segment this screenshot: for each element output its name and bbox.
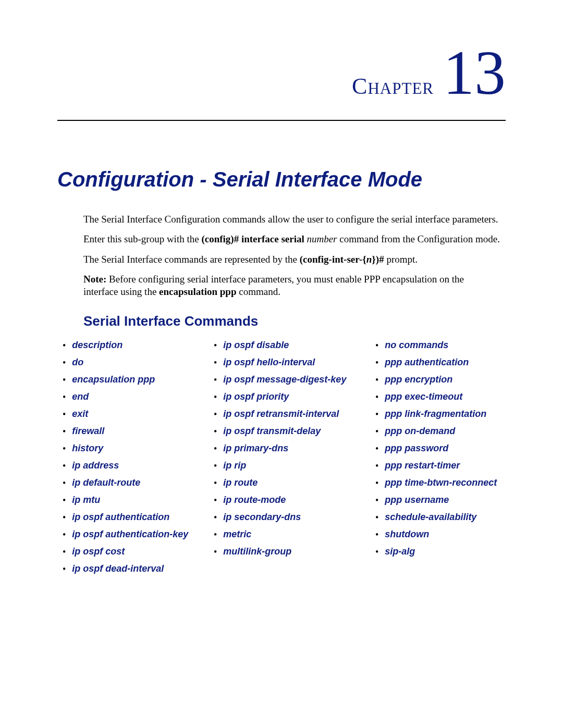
bullet-icon: •: [63, 409, 66, 420]
command-link[interactable]: ip ospf authentication-key: [72, 529, 188, 540]
bullet-icon: •: [214, 375, 217, 386]
commands-columns: •description•do•encapsulation ppp•end•ex…: [59, 340, 506, 581]
bullet-icon: •: [375, 443, 378, 454]
command-item: •ip default-route: [59, 477, 211, 488]
intro-p2: Enter this sub-group with the (config)# …: [83, 233, 500, 245]
command-item: •ip ospf cost: [59, 546, 211, 557]
command-item: •shutdown: [372, 529, 518, 540]
bullet-icon: •: [214, 392, 217, 403]
bullet-icon: •: [63, 564, 66, 575]
bullet-icon: •: [63, 340, 66, 351]
bullet-icon: •: [375, 375, 378, 386]
command-item: •ip ospf disable: [211, 340, 372, 351]
command-link[interactable]: ip ospf cost: [72, 546, 125, 557]
bullet-icon: •: [375, 392, 378, 403]
bullet-icon: •: [375, 529, 378, 540]
command-link[interactable]: ppp time-btwn-reconnect: [385, 477, 497, 488]
command-link[interactable]: ip default-route: [72, 477, 140, 488]
command-item: •ip ospf transmit-delay: [211, 426, 372, 437]
command-link[interactable]: ip secondary-dns: [223, 512, 301, 523]
chapter-header: Chapter 13: [57, 42, 506, 104]
bullet-icon: •: [214, 547, 217, 558]
command-link[interactable]: ppp restart-timer: [385, 460, 460, 471]
command-link[interactable]: encapsulation ppp: [72, 374, 155, 385]
bullet-icon: •: [214, 529, 217, 540]
command-link[interactable]: metric: [223, 529, 251, 540]
command-item: •ppp username: [372, 495, 518, 505]
command-link[interactable]: schedule-availability: [385, 512, 476, 523]
command-link[interactable]: shutdown: [385, 529, 429, 540]
command-link[interactable]: sip-alg: [385, 546, 415, 557]
command-link[interactable]: end: [72, 391, 89, 402]
command-link[interactable]: ip address: [72, 460, 119, 471]
command-item: •ip rip: [211, 460, 372, 471]
command-link[interactable]: do: [72, 357, 83, 368]
command-link[interactable]: ip ospf message-digest-key: [223, 374, 346, 385]
bullet-icon: •: [63, 512, 66, 523]
bullet-icon: •: [375, 478, 378, 489]
page-title: Configuration - Serial Interface Mode: [57, 168, 506, 191]
command-item: •encapsulation ppp: [59, 374, 211, 385]
command-item: •ppp authentication: [372, 357, 518, 368]
bullet-icon: •: [375, 547, 378, 558]
command-item: •ip mtu: [59, 495, 211, 505]
intro-p1: The Serial Interface Configuration comma…: [83, 213, 500, 226]
command-item: •sip-alg: [372, 546, 518, 557]
command-link[interactable]: ppp username: [385, 495, 449, 505]
command-link[interactable]: ip primary-dns: [223, 443, 288, 454]
command-item: •ip primary-dns: [211, 443, 372, 454]
bullet-icon: •: [375, 495, 378, 506]
command-item: •ppp exec-timeout: [372, 391, 518, 402]
command-link[interactable]: ip ospf priority: [223, 391, 289, 402]
command-link[interactable]: ip ospf transmit-delay: [223, 426, 321, 437]
bullet-icon: •: [375, 340, 378, 351]
command-link[interactable]: firewall: [72, 426, 104, 437]
command-link[interactable]: ip ospf dead-interval: [72, 563, 164, 574]
commands-col-2: •ip ospf disable•ip ospf hello-interval•…: [211, 340, 372, 581]
command-item: •firewall: [59, 426, 211, 437]
command-link[interactable]: ppp authentication: [385, 357, 469, 368]
bullet-icon: •: [214, 340, 217, 351]
command-item: •ip ospf retransmit-interval: [211, 409, 372, 419]
command-link[interactable]: ppp password: [385, 443, 448, 454]
command-link[interactable]: ip ospf hello-interval: [223, 357, 315, 368]
command-item: •ppp password: [372, 443, 518, 454]
command-item: •ip route: [211, 477, 372, 488]
bullet-icon: •: [214, 461, 217, 472]
command-item: •history: [59, 443, 211, 454]
bullet-icon: •: [63, 495, 66, 506]
commands-col-1: •description•do•encapsulation ppp•end•ex…: [59, 340, 211, 581]
bullet-icon: •: [214, 478, 217, 489]
command-link[interactable]: history: [72, 443, 103, 454]
command-link[interactable]: exit: [72, 409, 88, 419]
command-item: •ppp encryption: [372, 374, 518, 385]
bullet-icon: •: [63, 529, 66, 540]
command-item: •ip ospf priority: [211, 391, 372, 402]
bullet-icon: •: [375, 357, 378, 368]
command-item: •ip secondary-dns: [211, 512, 372, 523]
command-item: •do: [59, 357, 211, 368]
bullet-icon: •: [375, 461, 378, 472]
command-item: •no commands: [372, 340, 518, 351]
command-link[interactable]: ppp on-demand: [385, 426, 455, 437]
bullet-icon: •: [63, 426, 66, 437]
command-link[interactable]: ppp encryption: [385, 374, 452, 385]
command-link[interactable]: multilink-group: [223, 546, 291, 557]
command-link[interactable]: ip rip: [223, 460, 246, 471]
command-link[interactable]: ppp exec-timeout: [385, 391, 462, 402]
command-link[interactable]: ip ospf retransmit-interval: [223, 409, 339, 419]
command-link[interactable]: ip ospf authentication: [72, 512, 169, 523]
bullet-icon: •: [63, 478, 66, 489]
command-link[interactable]: ppp link-fragmentation: [385, 409, 486, 419]
command-link[interactable]: description: [72, 340, 123, 351]
horizontal-rule: [57, 120, 506, 121]
command-link[interactable]: ip ospf disable: [223, 340, 289, 351]
bullet-icon: •: [63, 461, 66, 472]
bullet-icon: •: [375, 426, 378, 437]
command-link[interactable]: ip mtu: [72, 495, 100, 505]
intro-text: The Serial Interface Configuration comma…: [83, 213, 500, 299]
command-link[interactable]: ip route: [223, 477, 258, 488]
bullet-icon: •: [63, 392, 66, 403]
command-link[interactable]: no commands: [385, 340, 448, 351]
command-link[interactable]: ip route-mode: [223, 495, 286, 505]
